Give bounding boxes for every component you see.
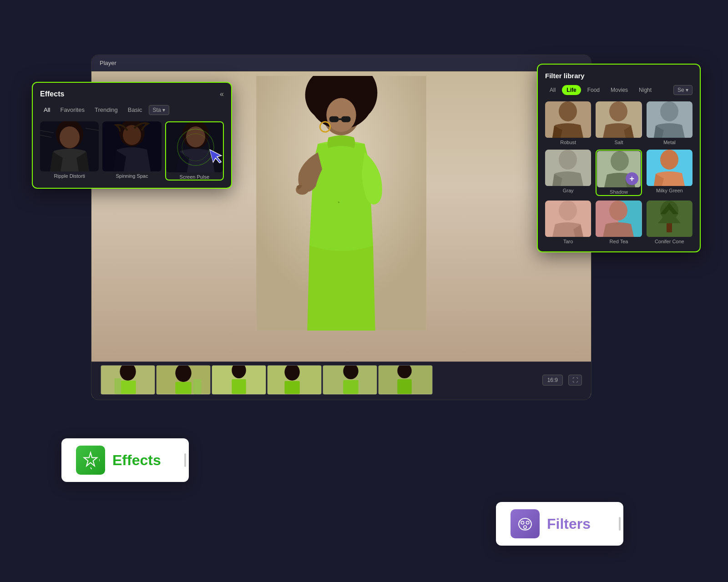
filter-panel: Filter library All Life Food Movies Nigh… [537,64,701,252]
filter-thumbnail-salt [596,101,642,138]
filter-label-milky-green: Milky Green [647,188,693,193]
filter-thumbnail-conifer-cone [647,201,693,237]
effects-tab-more[interactable]: Sta ▾ [149,105,169,115]
filter-item-robust[interactable]: Robust [545,101,591,145]
filter-item-salt[interactable]: Salt [596,101,642,145]
filter-label-gray: Gray [545,188,591,193]
filter-label-shadow: Shadow [597,189,640,195]
filter-item-conifer-cone[interactable]: Conifer Cone [647,201,693,244]
filter-tab-night[interactable]: Night [634,85,656,95]
timeline-frame[interactable] [212,365,266,395]
filter-thumbnail-gray [545,150,591,186]
effects-badge: Effects [61,438,189,482]
svg-rect-8 [341,116,351,122]
timeline-frame[interactable] [378,365,433,395]
filter-label-conifer-cone: Conifer Cone [647,239,693,244]
svg-rect-20 [193,379,202,394]
effect-label-spinning: Spinning Spac [102,173,161,179]
svg-point-75 [524,526,526,528]
effect-label-screen-pulse: Screen Pulse [166,174,223,180]
svg-point-51 [609,101,627,121]
filter-item-taro[interactable]: Taro [545,201,591,244]
filter-tabs: All Life Food Movies Night Se ▾ [545,85,693,95]
aspect-ratio-label[interactable]: 16:9 [542,375,563,386]
svg-rect-9 [339,118,341,120]
svg-point-49 [559,101,577,121]
filter-tab-all[interactable]: All [545,85,560,95]
timeline-frame[interactable] [323,365,377,395]
filter-label-robust: Robust [545,140,591,145]
svg-rect-32 [397,379,411,394]
svg-point-61 [559,201,577,221]
filters-badge-text: Filters [547,516,591,532]
player-title: Player [100,60,116,66]
filter-thumbnail-shadow: + [597,151,640,187]
filters-badge-icon [511,509,540,538]
effects-tab-trending[interactable]: Trending [91,105,121,115]
svg-point-57 [611,151,629,171]
filter-tab-more[interactable]: Se ▾ [673,85,693,95]
svg-point-35 [60,126,80,148]
filter-thumbnail-milky-green [647,150,693,186]
effects-panel: Effects « All Favorites Trending Basic S… [32,82,232,189]
effect-thumbnail-spinning [102,121,161,171]
filter-tab-life[interactable]: Life [562,85,581,95]
effect-item-spinning[interactable]: Spinning Spac [102,121,161,181]
effect-thumbnail-ripple [40,121,99,171]
svg-rect-15 [120,381,136,394]
filter-label-taro: Taro [545,239,591,244]
effects-collapse-btn[interactable]: « [220,90,224,98]
filter-thumbnail-red-tea [596,201,642,237]
filter-label-metal: Metal [647,140,693,145]
filter-item-metal[interactable]: Metal [647,101,693,145]
filter-item-gray[interactable]: Gray [545,150,591,196]
filter-tab-movies[interactable]: Movies [606,85,632,95]
filter-label-red-tea: Red Tea [596,239,642,244]
filter-grid: Robust Salt Meta [545,101,693,244]
svg-point-73 [521,521,524,524]
svg-marker-70 [84,452,97,466]
svg-point-55 [559,150,577,170]
effects-tab-basic[interactable]: Basic [124,105,146,115]
effects-tab-favorites[interactable]: Favorites [56,105,88,115]
filters-badge-scroll-handle[interactable] [619,517,621,531]
svg-point-53 [660,101,678,121]
timeline-frame[interactable] [156,365,211,395]
svg-point-74 [526,521,529,524]
effect-item-screen-pulse[interactable]: Screen Pulse [165,121,224,181]
filter-tab-food[interactable]: Food [583,85,604,95]
fullscreen-btn[interactable]: ⛶ [568,375,582,386]
timeline-frames [91,363,533,397]
effects-panel-header: Effects « [40,90,224,98]
svg-point-64 [609,201,627,221]
filter-thumbnail-taro [545,201,591,237]
effects-panel-title: Effects [40,90,64,98]
timeline-controls: 16:9 ⛶ [533,370,591,390]
timeline-strip: 16:9 ⛶ [91,361,591,398]
filter-item-red-tea[interactable]: Red Tea [596,201,642,244]
add-filter-btn[interactable]: + [626,172,638,185]
effects-grid: Ripple Distorti Spinning Spac [40,121,224,181]
filter-thumbnail-robust [545,101,591,138]
effect-label-ripple: Ripple Distorti [40,173,99,179]
filter-thumbnail-metal [647,101,693,138]
effects-tab-all[interactable]: All [40,105,54,115]
svg-rect-19 [175,382,191,394]
filter-panel-title: Filter library [545,72,693,80]
svg-point-44 [186,126,205,147]
timeline-frame[interactable] [267,365,322,395]
timeline-frame[interactable] [101,365,155,395]
model-svg: ✦ [255,76,428,331]
badge-scroll-handle[interactable] [184,453,186,467]
svg-rect-26 [284,381,299,394]
svg-rect-69 [667,223,672,232]
player-header: Player [91,55,591,71]
svg-rect-7 [329,116,339,122]
effect-item-ripple[interactable]: Ripple Distorti [40,121,99,181]
filter-item-shadow[interactable]: + Shadow [596,150,642,196]
svg-rect-23 [232,379,246,394]
effects-badge-text: Effects [112,452,161,469]
filter-item-milky-green[interactable]: Milky Green [647,150,693,196]
filter-label-salt: Salt [596,140,642,145]
filters-badge: Filters [496,502,623,546]
